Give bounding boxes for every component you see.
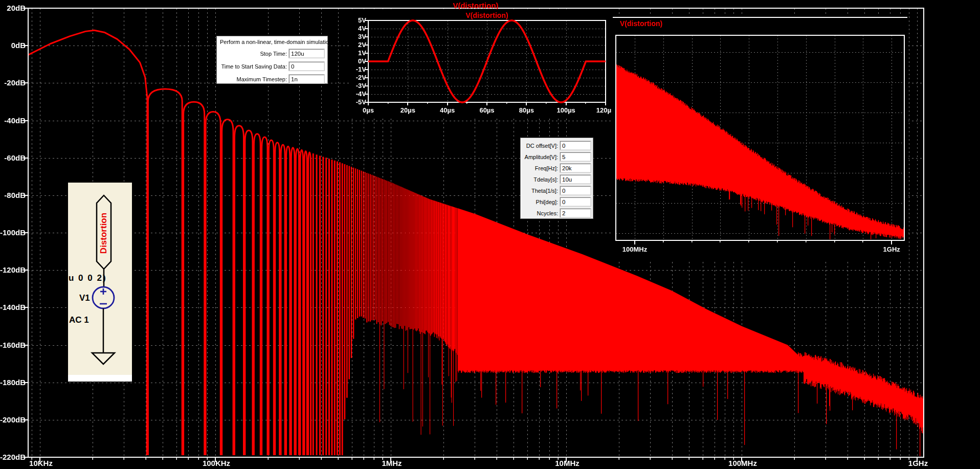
schematic-panel[interactable]: Distortion u 0 0 2) V1 AC 1: [68, 183, 132, 382]
time-y-label: -5V: [351, 98, 366, 106]
field-row: Theta[1/s]:: [523, 186, 591, 195]
field-label-amplitude-v: Amplitude[V]:: [525, 154, 558, 160]
field-row: Amplitude[V]:: [523, 152, 591, 161]
y-axis-label: -220dB: [0, 453, 26, 462]
time-x-label: 0µs: [352, 106, 384, 115]
x-axis-label: 1MHz: [374, 459, 410, 468]
input-tdelay-s[interactable]: [560, 175, 591, 184]
field-row: Maximum Timestep:: [219, 75, 324, 83]
field-row: Phi[deg]:: [523, 197, 591, 206]
field-label-dc-offset-v: DC offset[V]:: [526, 143, 558, 149]
x-axis-label: 10MHz: [549, 459, 585, 468]
time-x-label: 60µs: [471, 106, 503, 115]
fft-zoom-title: V(distortion): [620, 19, 662, 28]
field-label-stop-time: Stop Time:: [260, 51, 287, 57]
y-axis-label: -60dB: [0, 153, 26, 163]
input-time-to-start-saving-data[interactable]: [289, 62, 324, 71]
field-row: Stop Time:: [219, 49, 324, 58]
y-axis-label: 20dB: [0, 4, 26, 13]
sine-dialog-fields: DC offset[V]:Amplitude[V]:Freq[Hz]:Tdela…: [523, 141, 591, 217]
time-y-label: -4V: [351, 90, 366, 98]
field-row: Freq[Hz]:: [523, 164, 591, 172]
x-axis-label: 100KHz: [198, 459, 234, 468]
y-axis-label: -100dB: [0, 228, 26, 237]
component-value: AC 1: [69, 315, 89, 325]
time-x-label: 40µs: [432, 106, 463, 115]
x-axis-label: 10KHz: [23, 459, 59, 468]
field-label-theta-1-s: Theta[1/s]:: [531, 188, 558, 194]
time-domain-plot[interactable]: [351, 9, 612, 119]
y-axis-label: -200dB: [0, 415, 26, 425]
main-plot-title: V(distortion): [425, 1, 527, 10]
time-y-label: 0V: [351, 57, 366, 65]
field-label-ncycles: Ncycles:: [537, 210, 558, 216]
time-y-label: -1V: [351, 65, 366, 74]
time-plot-title: V(distortion): [368, 11, 606, 19]
y-axis-label: -20dB: [0, 78, 26, 87]
sine-source-dialog[interactable]: DC offset[V]:Amplitude[V]:Freq[Hz]:Tdela…: [520, 138, 593, 219]
input-stop-time[interactable]: [289, 49, 324, 58]
fft-zoom-inset-pane: V(distortion) 100MHz1GHz: [612, 14, 908, 261]
input-dc-offset-v[interactable]: [560, 141, 591, 150]
field-row: Tdelay[s]:: [523, 175, 591, 184]
input-ncycles[interactable]: [560, 209, 591, 217]
input-phi-deg[interactable]: [560, 197, 591, 206]
field-label-phi-deg: Phi[deg]:: [536, 199, 558, 205]
net-label-text: Distortion: [99, 206, 109, 261]
sim-dialog-fields: Stop Time:Time to Start Saving Data:Maxi…: [219, 49, 324, 83]
field-label-tdelay-s: Tdelay[s]:: [533, 176, 558, 183]
time-y-label: 1V: [351, 49, 366, 57]
field-row: Time to Start Saving Data:: [219, 62, 324, 71]
y-axis-label: 0dB: [0, 41, 26, 50]
time-y-label: 2V: [351, 41, 366, 49]
field-label-freq-hz: Freq[Hz]:: [535, 165, 558, 171]
fft-zoom-x-label: 1GHz: [876, 245, 907, 254]
component-designator: V1: [79, 293, 90, 303]
field-label-maximum-timestep: Maximum Timestep:: [237, 76, 287, 82]
time-y-label: 4V: [351, 25, 366, 33]
field-row: Ncycles:: [523, 209, 591, 217]
spice-directive-fragment: u 0 0 2): [69, 273, 107, 283]
time-domain-inset-pane: V(distortion) 5V4V3V2V1V0V-1V-2V-3V-4V-5…: [351, 9, 612, 119]
y-axis-label: -160dB: [0, 341, 26, 350]
time-x-label: 80µs: [510, 106, 542, 115]
input-freq-hz[interactable]: [560, 164, 591, 172]
fft-zoom-x-label: 100MHz: [619, 245, 651, 254]
time-x-label: 20µs: [392, 106, 424, 115]
y-axis-label: -40dB: [0, 116, 26, 125]
input-theta-1-s[interactable]: [560, 186, 591, 195]
y-axis-label: -120dB: [0, 265, 26, 275]
time-x-label: 100µs: [550, 106, 582, 115]
y-axis-label: -80dB: [0, 191, 26, 200]
schematic-bottom-strip: [68, 375, 132, 382]
x-axis-label: 100MHz: [725, 459, 761, 468]
time-y-label: 3V: [351, 33, 366, 41]
sim-dialog-title: Perform a non-linear, time-domain simula…: [220, 39, 324, 45]
input-amplitude-v[interactable]: [560, 152, 591, 161]
fft-zoom-plot[interactable]: [612, 14, 908, 261]
x-axis-label: 1GHz: [900, 459, 936, 468]
ltspice-window: V(distortion) 20dB0dB-20dB-40dB-60dB-80d…: [0, 0, 980, 469]
y-axis-label: -180dB: [0, 378, 26, 387]
field-label-time-to-start-saving-data: Time to Start Saving Data:: [221, 63, 287, 70]
time-y-label: -3V: [351, 82, 366, 90]
field-row: DC offset[V]:: [523, 141, 591, 150]
time-y-label: -2V: [351, 74, 366, 82]
time-y-label: 5V: [351, 16, 366, 25]
y-axis-label: -140dB: [0, 303, 26, 312]
transient-sim-dialog[interactable]: Perform a non-linear, time-domain simula…: [216, 36, 328, 84]
input-maximum-timestep[interactable]: [289, 75, 324, 83]
ground-icon[interactable]: [92, 353, 115, 364]
